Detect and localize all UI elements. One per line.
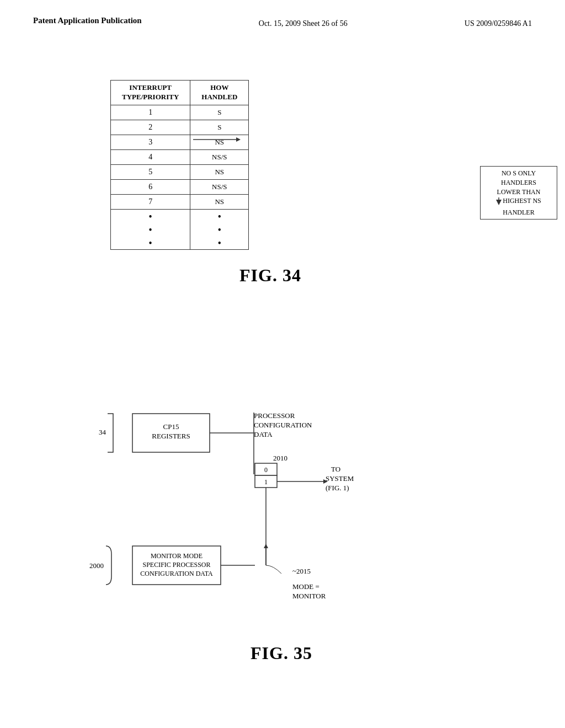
svg-marker-34: [264, 544, 268, 548]
svg-text:CP15: CP15: [163, 422, 179, 431]
annotation-arrow-svg: [193, 123, 281, 167]
svg-text:1: 1: [264, 478, 268, 486]
svg-text:MODE =: MODE =: [292, 582, 319, 591]
svg-text:CONFIGURATION: CONFIGURATION: [254, 421, 312, 429]
svg-marker-2: [496, 200, 502, 205]
down-arrow-icon: [496, 197, 502, 205]
fig34-section: INTERRUPTTYPE/PRIORITY HOWHANDLED 1 S 2 …: [66, 80, 452, 286]
svg-text:2000: 2000: [89, 561, 104, 570]
page-header: Patent Application Publication Oct. 15, …: [0, 0, 565, 29]
table-row: 6 NS/S: [111, 179, 249, 194]
svg-text:PROCESSOR: PROCESSOR: [254, 411, 295, 420]
svg-text:SPECIFIC PROCESSOR: SPECIFIC PROCESSOR: [142, 561, 210, 569]
svg-text:(FIG. 1): (FIG. 1): [326, 484, 349, 492]
svg-text:34: 34: [99, 428, 106, 436]
publication-title: Patent Application Publication: [33, 15, 142, 26]
fig35-section: CP15 REGISTERS 34 PROCESSOR CONFIGURATIO…: [33, 403, 530, 678]
fig34-caption: FIG. 34: [88, 265, 452, 286]
col1-header: INTERRUPTTYPE/PRIORITY: [111, 81, 190, 105]
svg-text:REGISTERS: REGISTERS: [152, 432, 190, 440]
svg-text:2010: 2010: [273, 454, 287, 462]
col2-header: HOWHANDLED: [190, 81, 249, 105]
svg-text:CONFIGURATION DATA: CONFIGURATION DATA: [140, 570, 213, 577]
fig35-diagram: CP15 REGISTERS 34 PROCESSOR CONFIGURATIO…: [55, 403, 508, 634]
svg-text:0: 0: [264, 466, 268, 474]
table-row: 7 NS: [111, 194, 249, 209]
svg-text:DATA: DATA: [254, 430, 273, 438]
publication-number: US 2009/0259846 A1: [465, 15, 532, 29]
svg-text:~2015: ~2015: [292, 567, 311, 575]
svg-text:SYSTEM: SYSTEM: [326, 474, 354, 483]
fig35-caption: FIG. 35: [33, 643, 530, 663]
svg-text:MONITOR MODE: MONITOR MODE: [151, 552, 202, 560]
svg-text:TO: TO: [331, 465, 340, 473]
svg-text:MONITOR: MONITOR: [292, 592, 326, 600]
annotation-text: NO S ONLYHANDLERSLOWER THAN HIGHEST NS H…: [480, 166, 557, 220]
table-row: 1 S: [111, 105, 249, 120]
table-row-dots: ••• •••: [111, 209, 249, 249]
svg-marker-1: [236, 137, 241, 142]
publication-date: Oct. 15, 2009 Sheet 26 of 56: [259, 15, 348, 29]
